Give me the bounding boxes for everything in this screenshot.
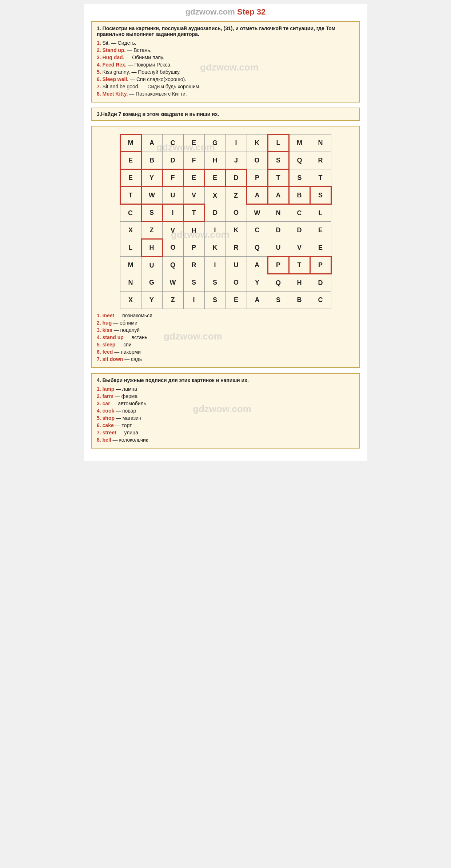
item-num: 1. (97, 40, 101, 46)
grid-cell: B (289, 187, 310, 204)
grid-cell: V (289, 239, 310, 257)
grid-cell: A (247, 187, 268, 204)
item-text: Sit and be good. — Сиди и будь хорошим. (103, 84, 201, 89)
item-rus: — повар (116, 408, 136, 414)
task3-answer-list: 1. meet — познакомься 2. hug — обними 3.… (97, 313, 354, 362)
answer-rus: — познакомься (116, 313, 152, 318)
grid-cell: C (247, 222, 268, 239)
list-item: 2. Stand up. — Встань. (97, 47, 354, 53)
grid-cell: I (162, 204, 183, 222)
grid-cell: X (120, 222, 141, 239)
grid-cell: D (162, 152, 183, 169)
grid-cell: P (310, 257, 331, 274)
grid-cell: M (289, 134, 310, 152)
grid-cell: E (120, 169, 141, 187)
grid-cell: F (162, 169, 183, 187)
item-rus: — Встань. (127, 47, 151, 53)
item-num: 6. (97, 76, 101, 82)
item-num: 2. (97, 47, 101, 53)
grid-cell: Y (141, 169, 162, 187)
grid-cell: I (204, 257, 226, 274)
grid-cell: V (162, 222, 183, 239)
grid-cell: K (226, 222, 247, 239)
grid-cell: W (247, 204, 268, 222)
grid-cell: S (310, 187, 331, 204)
brand-text: gdzwow.com (185, 7, 235, 16)
list-item: 6. Sleep well. — Спи сладко(хорошо). (97, 76, 354, 82)
grid-cell: Y (247, 274, 268, 292)
list-item: 1. meet — познакомься (97, 313, 354, 318)
grid-cell: H (183, 222, 204, 239)
grid-cell: I (204, 222, 226, 239)
grid-cell: W (141, 187, 162, 204)
grid-cell: K (204, 239, 226, 257)
answer-rus: — сядь (124, 356, 142, 362)
grid-cell: O (247, 152, 268, 169)
item-eng: 2. farm (97, 393, 113, 399)
list-item: 8. bell — колокольчик (97, 437, 354, 443)
grid-cell: R (183, 257, 204, 274)
grid-cell: V (183, 187, 204, 204)
grid-cell: E (183, 134, 204, 152)
answer-rus: — встань (125, 334, 147, 340)
item-eng: 6. cake (97, 422, 114, 428)
grid-cell: L (310, 204, 331, 222)
grid-cell: K (247, 134, 268, 152)
item-num: 7. (97, 84, 101, 89)
grid-cell: Q (247, 239, 268, 257)
grid-cell: I (183, 292, 204, 309)
grid-cell: N (310, 134, 331, 152)
item-num: 4. (97, 62, 101, 68)
step-label: Step 32 (237, 7, 266, 16)
item-rus: — лампа (116, 386, 137, 392)
word-grid: MACEGIKLMNEBDFHJOSQREYFEEDPTSTTWUVXZAABS… (120, 134, 332, 309)
grid-cell: U (226, 257, 247, 274)
grid-cell: Z (141, 222, 162, 239)
grid-cell: Z (226, 187, 247, 204)
grid-cell: S (204, 292, 226, 309)
grid-cell: M (120, 257, 141, 274)
answer-eng: 1. meet (97, 313, 114, 318)
grid-cell: A (141, 134, 162, 152)
item-eng: 3. car (97, 401, 110, 406)
grid-cell: P (247, 169, 268, 187)
grid-cell: P (183, 239, 204, 257)
grid-cell: O (162, 239, 183, 257)
grid-cell: L (120, 239, 141, 257)
task4-section: 4. Выбери нужные подписи для этих картин… (91, 373, 360, 449)
item-eng: Sleep well. (103, 76, 129, 82)
task1-list: 1. Sit. — Сидеть. 2. Stand up. — Встань.… (97, 40, 354, 97)
grid-cell: Z (162, 292, 183, 309)
item-rus: — автомобиль (111, 401, 146, 406)
grid-cell: T (310, 169, 331, 187)
grid-cell: D (289, 222, 310, 239)
grid-cell: H (289, 274, 310, 292)
list-item: 4. stand up — встань (97, 334, 354, 340)
item-eng: Hug dad. (103, 55, 124, 60)
grid-cell: C (120, 204, 141, 222)
grid-cell: U (268, 239, 289, 257)
grid-cell: S (268, 152, 289, 169)
word-search-section: MACEGIKLMNEBDFHJOSQREYFEEDPTSTTWUVXZAABS… (91, 126, 360, 368)
grid-cell: T (268, 169, 289, 187)
grid-cell: S (289, 169, 310, 187)
answer-eng: 4. stand up (97, 334, 124, 340)
grid-cell: Q (289, 152, 310, 169)
list-item: 4. Feed Rex. — Покорми Рекса. (97, 62, 354, 68)
answer-rus: — накорми (114, 349, 141, 355)
list-item: 6. cake — торт (97, 422, 354, 428)
answer-rus: — спи (117, 342, 131, 347)
grid-cell: R (226, 239, 247, 257)
item-eng: Stand up. (103, 47, 126, 53)
grid-cell: Q (162, 257, 183, 274)
grid-cell: H (204, 152, 226, 169)
item-eng: 1. lamp (97, 386, 114, 392)
grid-cell: X (204, 187, 226, 204)
grid-cell: F (183, 152, 204, 169)
item-eng: 4. cook (97, 408, 114, 414)
item-eng: Meet Kitty. (103, 91, 128, 97)
list-item: 2. hug — обними (97, 320, 354, 326)
grid-cell: X (120, 292, 141, 309)
answer-eng: 6. feed (97, 349, 113, 355)
grid-cell: T (120, 187, 141, 204)
